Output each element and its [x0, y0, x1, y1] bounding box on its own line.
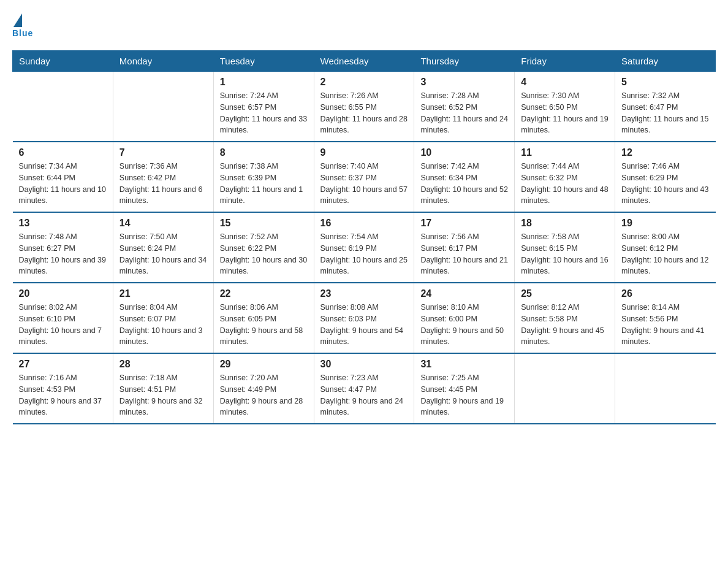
sun-info: Sunrise: 7:38 AMSunset: 6:39 PMDaylight:…: [220, 161, 308, 207]
calendar-cell: 7Sunrise: 7:36 AMSunset: 6:42 PMDaylight…: [113, 142, 213, 212]
sun-info: Sunrise: 8:06 AMSunset: 6:05 PMDaylight:…: [220, 302, 308, 348]
sun-info: Sunrise: 7:54 AMSunset: 6:19 PMDaylight:…: [320, 231, 408, 277]
sun-info: Sunrise: 8:10 AMSunset: 6:00 PMDaylight:…: [420, 302, 508, 348]
day-of-week-header: Sunday: [13, 51, 113, 72]
logo-underline: Blue: [12, 28, 33, 38]
day-number: 13: [19, 218, 107, 229]
day-number: 30: [320, 359, 408, 370]
day-number: 17: [420, 218, 508, 229]
day-number: 31: [420, 359, 508, 370]
sun-info: Sunrise: 7:16 AMSunset: 4:53 PMDaylight:…: [19, 372, 107, 418]
calendar-cell: 13Sunrise: 7:48 AMSunset: 6:27 PMDayligh…: [13, 212, 113, 283]
sun-info: Sunrise: 8:02 AMSunset: 6:10 PMDaylight:…: [19, 302, 107, 348]
sun-info: Sunrise: 8:14 AMSunset: 5:56 PMDaylight:…: [621, 302, 709, 348]
sun-info: Sunrise: 7:30 AMSunset: 6:50 PMDaylight:…: [521, 90, 609, 136]
day-number: 22: [220, 288, 308, 299]
calendar-week-row: 13Sunrise: 7:48 AMSunset: 6:27 PMDayligh…: [13, 212, 716, 283]
calendar-cell: 22Sunrise: 8:06 AMSunset: 6:05 PMDayligh…: [213, 283, 314, 353]
day-of-week-header: Thursday: [414, 51, 515, 72]
calendar-cell: 21Sunrise: 8:04 AMSunset: 6:07 PMDayligh…: [113, 283, 213, 353]
day-number: 23: [320, 288, 408, 299]
day-number: 1: [220, 77, 308, 88]
calendar-cell: 2Sunrise: 7:26 AMSunset: 6:55 PMDaylight…: [314, 72, 414, 142]
logo-text: [12, 12, 25, 27]
day-number: 20: [19, 288, 107, 299]
day-number: 19: [621, 218, 709, 229]
day-number: 12: [621, 147, 709, 158]
calendar-cell: 16Sunrise: 7:54 AMSunset: 6:19 PMDayligh…: [314, 212, 414, 283]
sun-info: Sunrise: 7:34 AMSunset: 6:44 PMDaylight:…: [19, 161, 107, 207]
sun-info: Sunrise: 7:18 AMSunset: 4:51 PMDaylight:…: [119, 372, 207, 418]
calendar-cell: 6Sunrise: 7:34 AMSunset: 6:44 PMDaylight…: [13, 142, 113, 212]
sun-info: Sunrise: 7:32 AMSunset: 6:47 PMDaylight:…: [621, 90, 709, 136]
day-of-week-header: Monday: [113, 51, 213, 72]
day-number: 27: [19, 359, 107, 370]
logo: Blue: [12, 12, 33, 38]
calendar-cell: [515, 353, 615, 424]
sun-info: Sunrise: 7:20 AMSunset: 4:49 PMDaylight:…: [220, 372, 308, 418]
calendar-cell: [615, 353, 716, 424]
day-number: 11: [521, 147, 609, 158]
day-of-week-header: Tuesday: [213, 51, 314, 72]
day-number: 26: [621, 288, 709, 299]
calendar-cell: 4Sunrise: 7:30 AMSunset: 6:50 PMDaylight…: [515, 72, 615, 142]
sun-info: Sunrise: 7:40 AMSunset: 6:37 PMDaylight:…: [320, 161, 408, 207]
calendar-cell: 9Sunrise: 7:40 AMSunset: 6:37 PMDaylight…: [314, 142, 414, 212]
day-number: 3: [420, 77, 508, 88]
calendar-cell: 28Sunrise: 7:18 AMSunset: 4:51 PMDayligh…: [113, 353, 213, 424]
sun-info: Sunrise: 7:24 AMSunset: 6:57 PMDaylight:…: [220, 90, 308, 136]
calendar-cell: 25Sunrise: 8:12 AMSunset: 5:58 PMDayligh…: [515, 283, 615, 353]
calendar-cell: 10Sunrise: 7:42 AMSunset: 6:34 PMDayligh…: [414, 142, 515, 212]
day-number: 21: [119, 288, 207, 299]
sun-info: Sunrise: 8:08 AMSunset: 6:03 PMDaylight:…: [320, 302, 408, 348]
day-number: 2: [320, 77, 408, 88]
calendar-week-row: 6Sunrise: 7:34 AMSunset: 6:44 PMDaylight…: [13, 142, 716, 212]
sun-info: Sunrise: 7:42 AMSunset: 6:34 PMDaylight:…: [420, 161, 508, 207]
days-of-week-row: SundayMondayTuesdayWednesdayThursdayFrid…: [13, 51, 716, 72]
calendar-cell: [13, 72, 113, 142]
calendar-cell: 17Sunrise: 7:56 AMSunset: 6:17 PMDayligh…: [414, 212, 515, 283]
sun-info: Sunrise: 7:56 AMSunset: 6:17 PMDaylight:…: [420, 231, 508, 277]
day-of-week-header: Wednesday: [314, 51, 414, 72]
calendar-cell: 26Sunrise: 8:14 AMSunset: 5:56 PMDayligh…: [615, 283, 716, 353]
calendar-cell: 8Sunrise: 7:38 AMSunset: 6:39 PMDaylight…: [213, 142, 314, 212]
sun-info: Sunrise: 7:25 AMSunset: 4:45 PMDaylight:…: [420, 372, 508, 418]
calendar-cell: 3Sunrise: 7:28 AMSunset: 6:52 PMDaylight…: [414, 72, 515, 142]
calendar-week-row: 20Sunrise: 8:02 AMSunset: 6:10 PMDayligh…: [13, 283, 716, 353]
sun-info: Sunrise: 7:48 AMSunset: 6:27 PMDaylight:…: [19, 231, 107, 277]
calendar-week-row: 27Sunrise: 7:16 AMSunset: 4:53 PMDayligh…: [13, 353, 716, 424]
calendar-cell: 1Sunrise: 7:24 AMSunset: 6:57 PMDaylight…: [213, 72, 314, 142]
day-number: 14: [119, 218, 207, 229]
sun-info: Sunrise: 7:36 AMSunset: 6:42 PMDaylight:…: [119, 161, 207, 207]
calendar-cell: 5Sunrise: 7:32 AMSunset: 6:47 PMDaylight…: [615, 72, 716, 142]
sun-info: Sunrise: 7:26 AMSunset: 6:55 PMDaylight:…: [320, 90, 408, 136]
day-number: 15: [220, 218, 308, 229]
calendar-cell: 30Sunrise: 7:23 AMSunset: 4:47 PMDayligh…: [314, 353, 414, 424]
day-number: 10: [420, 147, 508, 158]
day-of-week-header: Friday: [515, 51, 615, 72]
sun-info: Sunrise: 7:50 AMSunset: 6:24 PMDaylight:…: [119, 231, 207, 277]
calendar-cell: 14Sunrise: 7:50 AMSunset: 6:24 PMDayligh…: [113, 212, 213, 283]
sun-info: Sunrise: 7:23 AMSunset: 4:47 PMDaylight:…: [320, 372, 408, 418]
day-number: 24: [420, 288, 508, 299]
day-number: 6: [19, 147, 107, 158]
calendar-cell: 29Sunrise: 7:20 AMSunset: 4:49 PMDayligh…: [213, 353, 314, 424]
sun-info: Sunrise: 7:46 AMSunset: 6:29 PMDaylight:…: [621, 161, 709, 207]
sun-info: Sunrise: 8:00 AMSunset: 6:12 PMDaylight:…: [621, 231, 709, 277]
day-number: 4: [521, 77, 609, 88]
day-number: 16: [320, 218, 408, 229]
day-number: 7: [119, 147, 207, 158]
page-header: Blue: [12, 12, 716, 38]
calendar-cell: 31Sunrise: 7:25 AMSunset: 4:45 PMDayligh…: [414, 353, 515, 424]
sun-info: Sunrise: 7:52 AMSunset: 6:22 PMDaylight:…: [220, 231, 308, 277]
calendar-cell: 15Sunrise: 7:52 AMSunset: 6:22 PMDayligh…: [213, 212, 314, 283]
calendar-cell: 19Sunrise: 8:00 AMSunset: 6:12 PMDayligh…: [615, 212, 716, 283]
calendar-cell: 18Sunrise: 7:58 AMSunset: 6:15 PMDayligh…: [515, 212, 615, 283]
calendar-table: SundayMondayTuesdayWednesdayThursdayFrid…: [12, 50, 716, 424]
calendar-cell: 24Sunrise: 8:10 AMSunset: 6:00 PMDayligh…: [414, 283, 515, 353]
day-number: 9: [320, 147, 408, 158]
calendar-cell: [113, 72, 213, 142]
day-number: 25: [521, 288, 609, 299]
day-number: 8: [220, 147, 308, 158]
calendar-header: SundayMondayTuesdayWednesdayThursdayFrid…: [13, 51, 716, 72]
